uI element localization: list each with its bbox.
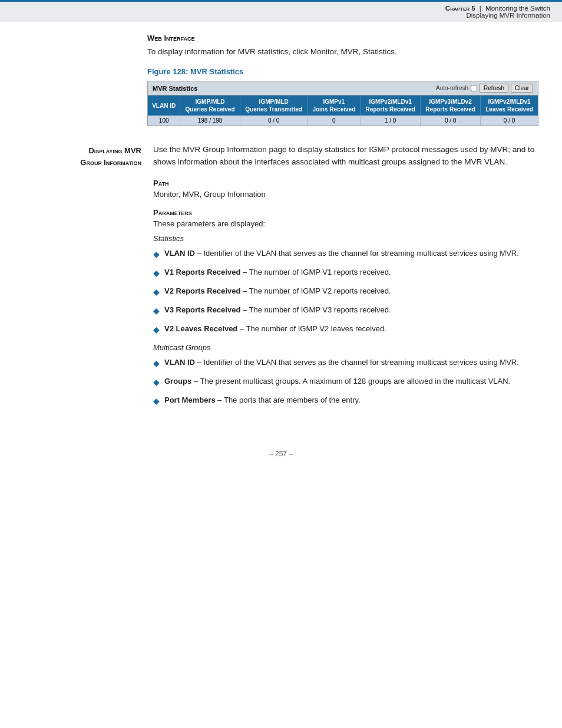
- bullet-def: – The number of IGMP V3 reports received…: [243, 305, 391, 314]
- bullet-term: Port Members: [164, 396, 216, 404]
- bullet-text: VLAN ID – Identifier of the VLAN that se…: [164, 357, 519, 368]
- list-item: ◆ Port Members – The ports that are memb…: [153, 394, 538, 407]
- bullet-term: V2 Leaves Received: [164, 324, 237, 333]
- header-chapter-line: Chapter 5 | Monitoring the Switch: [12, 5, 550, 12]
- multicast-bullet-list: ◆ VLAN ID – Identifier of the VLAN that …: [153, 357, 538, 407]
- page-footer: – 257 –: [0, 438, 562, 464]
- diamond-icon: ◆: [153, 305, 160, 317]
- diamond-icon: ◆: [153, 324, 160, 336]
- bullet-def: – The ports that are members of the entr…: [217, 396, 360, 404]
- path-heading: Path: [153, 179, 538, 187]
- cell-igmpv2-leaves: 0 / 0: [481, 116, 538, 126]
- clear-button[interactable]: Clear: [511, 84, 533, 93]
- bullet-def: – The number of IGMP V2 reports received…: [243, 286, 391, 295]
- bullet-term: V3 Reports Received: [164, 305, 240, 314]
- list-item: ◆ VLAN ID – Identifier of the VLAN that …: [153, 357, 538, 370]
- mvr-table-title: MVR Statistics: [153, 85, 197, 92]
- mvr-statistics-table-container: MVR Statistics Auto-refresh Refresh Clea…: [147, 81, 538, 126]
- col-vlan-id: VLAN ID: [148, 95, 180, 116]
- col-igmpv2-leaves: IGMPv2/MLDv1Leaves Received: [481, 95, 538, 116]
- sidebar-line1: Displaying MVR: [88, 146, 141, 155]
- bullet-term: Groups: [164, 377, 191, 386]
- cell-igmpv3-reports: 0 / 0: [421, 116, 481, 126]
- bullet-text: V2 Reports Received – The number of IGMP…: [164, 285, 391, 297]
- chapter-title: Monitoring the Switch: [485, 5, 550, 12]
- page-number: – 257 –: [269, 450, 293, 458]
- bullet-def: – The present multicast groups. A maximu…: [194, 377, 510, 386]
- table-header-row: VLAN ID IGMP/MLDQueries Received IGMP/ML…: [148, 95, 538, 116]
- col-igmp-queries-received: IGMP/MLDQueries Received: [180, 95, 240, 116]
- bullet-text: VLAN ID – Identifier of the VLAN that se…: [164, 248, 519, 259]
- mvr-group-info-content: Use the MVR Group Information page to di…: [153, 144, 538, 414]
- table-row: 100 198 / 198 0 / 0 0 1 / 0 0 / 0 0 / 0: [148, 116, 538, 126]
- diamond-icon: ◆: [153, 267, 160, 279]
- header-subtitle: Displaying MVR Information: [12, 12, 550, 19]
- list-item: ◆ V3 Reports Received – The number of IG…: [153, 304, 538, 317]
- chapter-label: Chapter 5: [445, 5, 475, 12]
- statistics-bullet-list: ◆ VLAN ID – Identifier of the VLAN that …: [153, 248, 538, 336]
- cell-igmp-queries-received: 198 / 198: [180, 116, 240, 126]
- figure-caption: Figure 128: MVR Statistics: [147, 67, 538, 76]
- bullet-def: – Identifier of the VLAN that serves as …: [197, 249, 519, 258]
- header-divider: |: [480, 5, 481, 12]
- cell-igmpv1-joins: 0: [308, 116, 361, 126]
- diamond-icon: ◆: [153, 357, 160, 370]
- web-interface-section: Web Interface To display information for…: [24, 34, 538, 126]
- mvr-table-header-bar: MVR Statistics Auto-refresh Refresh Clea…: [148, 81, 538, 95]
- bullet-def: – The number of IGMP V2 leaves received.: [240, 324, 386, 333]
- list-item: ◆ Groups – The present multicast groups.…: [153, 375, 538, 388]
- bullet-def: – The number of IGMP V1 reports received…: [243, 268, 391, 276]
- parameters-heading: Parameters: [153, 208, 538, 217]
- bullet-text: V3 Reports Received – The number of IGMP…: [164, 304, 391, 316]
- col-igmp-queries-transmitted: IGMP/MLDQueries Transmitted: [240, 95, 308, 116]
- bullet-text: V1 Reports Received – The number of IGMP…: [164, 266, 391, 278]
- displaying-mvr-section: Displaying MVR Group Information Use the…: [24, 144, 538, 414]
- main-content: Web Interface To display information for…: [0, 22, 562, 438]
- list-item: ◆ VLAN ID – Identifier of the VLAN that …: [153, 248, 538, 261]
- web-interface-description: To display information for MVR statistic…: [147, 46, 538, 58]
- bullet-def: – Identifier of the VLAN that serves as …: [197, 358, 519, 367]
- bullet-text: Port Members – The ports that are member…: [164, 394, 361, 406]
- path-text: Monitor, MVR, Group Information: [153, 190, 538, 199]
- list-item: ◆ V2 Reports Received – The number of IG…: [153, 285, 538, 298]
- list-item: ◆ V2 Leaves Received – The number of IGM…: [153, 323, 538, 336]
- diamond-icon: ◆: [153, 395, 160, 407]
- auto-refresh-checkbox[interactable]: [471, 85, 477, 91]
- bullet-term: V2 Reports Received: [164, 286, 240, 295]
- diamond-icon: ◆: [153, 376, 160, 388]
- list-item: ◆ V1 Reports Received – The number of IG…: [153, 266, 538, 279]
- bullet-text: V2 Leaves Received – The number of IGMP …: [164, 323, 386, 335]
- bullet-term: VLAN ID: [164, 358, 195, 367]
- diamond-icon: ◆: [153, 286, 160, 298]
- bullet-term: V1 Reports Received: [164, 268, 240, 276]
- cell-igmp-queries-transmitted: 0 / 0: [240, 116, 308, 126]
- auto-refresh-label: Auto-refresh: [436, 85, 468, 91]
- page-header: Chapter 5 | Monitoring the Switch Displa…: [0, 0, 562, 22]
- cell-vlan-id: 100: [148, 116, 180, 126]
- mvr-statistics-table: VLAN ID IGMP/MLDQueries Received IGMP/ML…: [148, 95, 538, 126]
- mvr-group-description: Use the MVR Group Information page to di…: [153, 144, 538, 168]
- sidebar-line2: Group Information: [80, 158, 141, 167]
- sidebar-displaying-mvr: Displaying MVR Group Information: [24, 145, 141, 168]
- statistics-label: Statistics: [153, 234, 538, 243]
- sidebar-label-area: Displaying MVR Group Information: [24, 144, 153, 414]
- bullet-text: Groups – The present multicast groups. A…: [164, 375, 510, 387]
- web-interface-heading: Web Interface: [147, 34, 538, 42]
- col-igmpv1-joins: IGMPv1Joins Received: [308, 95, 361, 116]
- cell-igmpv2-reports: 1 / 0: [361, 116, 421, 126]
- col-igmpv3-reports: IGMPv3/MLDv2Reports Received: [421, 95, 481, 116]
- multicast-groups-label: Multicast Groups: [153, 343, 538, 352]
- mvr-table-controls: Auto-refresh Refresh Clear: [436, 84, 533, 93]
- bullet-term: VLAN ID: [164, 249, 195, 258]
- parameters-intro: These parameters are displayed:: [153, 219, 538, 228]
- refresh-button[interactable]: Refresh: [480, 84, 508, 93]
- diamond-icon: ◆: [153, 248, 160, 261]
- col-igmpv2-reports: IGMPv2/MLDv1Reports Received: [361, 95, 421, 116]
